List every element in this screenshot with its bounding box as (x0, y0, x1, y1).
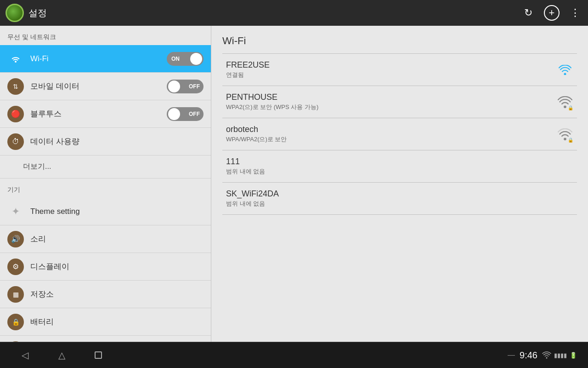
top-bar-actions: ↻ + ⋮ (521, 5, 582, 21)
theme-icon: ✦ (7, 203, 24, 220)
more-icon: ⋮ (570, 7, 580, 19)
lock-icon-penthouse: 🔒 (568, 105, 573, 110)
recents-button[interactable] (85, 346, 112, 364)
bluetooth-toggle[interactable]: OFF (167, 107, 204, 121)
add-button[interactable]: + (544, 5, 560, 21)
home-button[interactable]: △ (48, 346, 75, 364)
storage-label: 저장소 (30, 289, 54, 299)
battery-icon: 🔒 (7, 314, 24, 330)
wifi-signal-sk (557, 190, 573, 207)
signal-bars: ▮▮▮▮ (554, 352, 567, 359)
wifi-icon (7, 51, 24, 67)
wifi-toggle[interactable]: ON (167, 52, 204, 66)
data-usage-icon: ⏱ (7, 133, 24, 150)
back-button[interactable]: ◁ (11, 346, 39, 364)
sidebar-item-theme[interactable]: ✦ Theme setting (0, 198, 211, 225)
wifi-status-free2use: 연결됨 (226, 71, 557, 79)
home-icon: △ (58, 350, 65, 361)
wifi-network-orbotech[interactable]: orbotech WPA/WPA2(으)로 보안 🔒 (222, 118, 577, 150)
wifi-label: Wi-Fi (30, 54, 49, 63)
bluetooth-label: 블루투스 (30, 109, 62, 119)
add-icon: + (549, 7, 555, 19)
sidebar-item-wifi[interactable]: Wi-Fi ON (0, 45, 211, 73)
section-device-label: 기기 (0, 178, 211, 198)
wifi-info-111: 111 범위 내에 없음 (226, 157, 557, 176)
wifi-status-penthouse: WPA2(으)로 보안 (WPS 사용 가능) (226, 103, 557, 111)
sidebar-item-data-usage[interactable]: ⏱ 데이터 사용량 (0, 128, 211, 155)
back-icon: ◁ (22, 350, 28, 361)
wifi-network-sk[interactable]: SK_WiFi24DA 범위 내에 없음 (222, 183, 577, 214)
sidebar-item-mobile-data[interactable]: ⇅ 모바일 데이터 OFF (0, 73, 211, 100)
status-separator: — (508, 351, 515, 359)
wifi-network-penthouse[interactable]: PENTHOUSE WPA2(으)로 보안 (WPS 사용 가능) 🔒 (222, 86, 577, 118)
wifi-signal-111 (557, 158, 573, 175)
sidebar-item-display[interactable]: ⚙ 디스플레이 (0, 253, 211, 281)
svg-point-0 (564, 73, 566, 75)
svg-point-2 (564, 138, 566, 140)
wifi-list: FREE2USE 연결됨 PENTHOUSE WPA2(으)로 (222, 53, 577, 215)
wifi-info-orbotech: orbotech WPA/WPA2(으)로 보안 (226, 125, 557, 144)
status-icons: ▮▮▮▮ 🔋 (542, 351, 577, 359)
wifi-name-111: 111 (226, 157, 557, 167)
sidebar-item-battery[interactable]: 🔒 배터리 (0, 308, 211, 336)
divider-5 (222, 214, 577, 215)
sound-icon: 🔊 (7, 231, 24, 247)
bottom-bar: ◁ △ — 9:46 ▮▮▮▮ 🔋 (0, 342, 588, 368)
display-label: 디스플레이 (30, 261, 69, 272)
lock-icon-orbotech: 🔒 (568, 138, 573, 143)
app-title: 설정 (28, 7, 47, 19)
display-icon: ⚙ (7, 259, 24, 275)
more-link[interactable]: 더보기... (0, 155, 211, 178)
wifi-toggle-label: ON (171, 56, 180, 62)
wifi-name-orbotech: orbotech (226, 125, 557, 134)
section-wireless-label: 무선 및 네트워크 (0, 26, 211, 45)
status-time: 9:46 (520, 350, 537, 361)
more-button[interactable]: ⋮ (568, 6, 582, 20)
mobile-data-toggle[interactable]: OFF (167, 80, 204, 93)
wifi-status-orbotech: WPA/WPA2(으)로 보안 (226, 135, 557, 144)
top-bar: 설정 ↻ + ⋮ (0, 0, 588, 26)
wifi-signal-orbotech: 🔒 (557, 126, 573, 143)
wifi-signal-penthouse: 🔒 (557, 94, 573, 110)
wifi-signal-free2use (557, 62, 573, 78)
panel-title: Wi-Fi (222, 35, 577, 47)
wifi-name-sk: SK_WiFi24DA (226, 189, 557, 199)
refresh-icon: ↻ (524, 7, 532, 19)
wifi-network-111[interactable]: 111 범위 내에 없음 (222, 150, 577, 182)
wifi-info-penthouse: PENTHOUSE WPA2(으)로 보안 (WPS 사용 가능) (226, 92, 557, 111)
mobile-data-label: 모바일 데이터 (30, 81, 79, 92)
data-usage-label: 데이터 사용량 (30, 136, 79, 147)
storage-icon: ▦ (7, 286, 24, 303)
sidebar-item-bluetooth[interactable]: 🔴 블루투스 OFF (0, 100, 211, 128)
svg-point-3 (546, 357, 548, 359)
theme-label: Theme setting (30, 207, 80, 216)
wifi-info-sk: SK_WiFi24DA 범위 내에 없음 (226, 189, 557, 208)
sidebar-item-sound[interactable]: 🔊 소리 (0, 225, 211, 253)
main-layout: 무선 및 네트워크 Wi-Fi ON ⇅ 모바일 데이터 OFF (0, 26, 588, 368)
wifi-name-free2use: FREE2USE (226, 60, 557, 70)
app-logo (6, 4, 24, 22)
bluetooth-icon: 🔴 (7, 106, 24, 122)
wifi-status-icon (542, 351, 551, 359)
wifi-status-111: 범위 내에 없음 (226, 167, 557, 176)
status-bar: — 9:46 ▮▮▮▮ 🔋 (508, 350, 577, 361)
sidebar: 무선 및 네트워크 Wi-Fi ON ⇅ 모바일 데이터 OFF (0, 26, 211, 368)
sidebar-item-storage[interactable]: ▦ 저장소 (0, 281, 211, 308)
refresh-button[interactable]: ↻ (521, 6, 536, 20)
wifi-network-free2use[interactable]: FREE2USE 연결됨 (222, 54, 577, 86)
mobile-toggle-label: OFF (189, 83, 200, 90)
sound-label: 소리 (30, 234, 46, 244)
wifi-status-sk: 범위 내에 없음 (226, 200, 557, 208)
bluetooth-toggle-label: OFF (189, 111, 200, 117)
wifi-name-penthouse: PENTHOUSE (226, 92, 557, 102)
wifi-info-free2use: FREE2USE 연결됨 (226, 60, 557, 79)
battery-label: 배터리 (30, 316, 54, 327)
svg-point-1 (564, 105, 566, 108)
content-panel: Wi-Fi FREE2USE 연결됨 (211, 26, 588, 368)
battery-icon-status: 🔋 (570, 352, 577, 359)
mobile-data-icon: ⇅ (7, 78, 24, 95)
recents-icon (95, 351, 102, 359)
